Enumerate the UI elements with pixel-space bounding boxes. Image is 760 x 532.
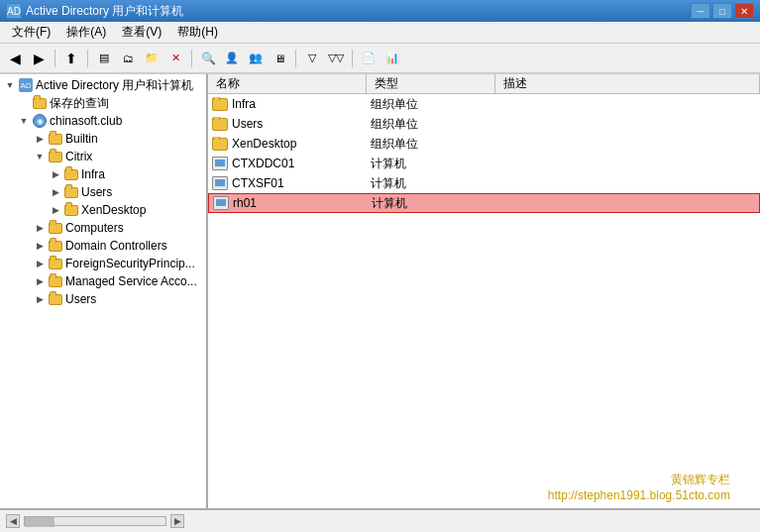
computer-icon <box>212 176 228 190</box>
users-citrix-label: Users <box>81 185 112 199</box>
tree-item-users-root[interactable]: ▶ Users <box>0 290 206 308</box>
dc-expander[interactable]: ▶ <box>32 238 48 254</box>
list-cell-name: rh01 <box>209 196 368 210</box>
horizontal-scrollbar[interactable]: ◀ ▶ <box>6 514 184 528</box>
infra-icon <box>63 166 79 182</box>
domain-icon: ◉ <box>33 114 47 128</box>
col-header-name[interactable]: 名称 <box>208 74 367 93</box>
ad-icon: AD <box>19 78 33 92</box>
change-domain-button[interactable]: 🗂 <box>117 48 139 69</box>
list-item-selected[interactable]: rh01 计算机 <box>208 193 760 213</box>
computer-button[interactable]: 🖥 <box>269 48 290 69</box>
back-button[interactable]: ◀ <box>4 48 26 69</box>
list-item[interactable]: CTXSF01 计算机 <box>208 173 760 193</box>
scroll-track[interactable] <box>24 516 166 526</box>
list-item[interactable]: CTXDDC01 计算机 <box>208 154 760 173</box>
menu-view[interactable]: 查看(V) <box>114 22 169 43</box>
scroll-right-button[interactable]: ▶ <box>170 514 184 528</box>
chinasoft-label: chinasoft.club <box>50 114 122 128</box>
menu-bar: 文件(F) 操作(A) 查看(V) 帮助(H) <box>0 22 760 44</box>
infra-label: Infra <box>81 167 105 181</box>
computers-label: Computers <box>65 221 124 235</box>
forward-button[interactable]: ▶ <box>28 48 50 69</box>
delegate-button[interactable]: 📄 <box>358 48 380 69</box>
computer-icon <box>212 157 228 170</box>
user-button[interactable]: 👤 <box>221 48 243 69</box>
toolbar-separator-3 <box>191 50 192 67</box>
computers-expander[interactable]: ▶ <box>32 220 48 236</box>
window-title: Active Directory 用户和计算机 <box>26 3 183 20</box>
list-item[interactable]: Infra 组织单位 <box>208 94 760 114</box>
computers-icon <box>48 220 63 236</box>
list-cell-name: Users <box>208 117 367 131</box>
citrix-label: Citrix <box>65 150 92 163</box>
tree-item-managed-service[interactable]: ▶ Managed Service Acco... <box>0 272 206 290</box>
tree-item-saved-queries[interactable]: 保存的查询 <box>0 94 206 112</box>
folder-icon <box>49 223 62 234</box>
show-in-panel-button[interactable]: ▤ <box>93 48 115 69</box>
folder-icon <box>49 134 62 145</box>
filter-button[interactable]: ▽ <box>301 48 323 69</box>
title-bar: AD Active Directory 用户和计算机 ─ □ ✕ <box>0 0 760 22</box>
tree-item-builtin[interactable]: ▶ Builtin <box>0 130 206 148</box>
filter-options-button[interactable]: ▽▽ <box>325 48 347 69</box>
list-cell-name: CTXSF01 <box>208 176 367 190</box>
tree-root-label: Active Directory 用户和计算机 <box>36 77 193 94</box>
menu-file[interactable]: 文件(F) <box>4 22 58 43</box>
dc-label: Domain Controllers <box>65 239 167 253</box>
fsp-expander[interactable]: ▶ <box>32 256 48 271</box>
tree-item-computers[interactable]: ▶ Computers <box>0 219 206 237</box>
menu-help[interactable]: 帮助(H) <box>169 22 226 43</box>
users-root-label: Users <box>65 292 96 306</box>
tree-item-domain-controllers[interactable]: ▶ Domain Controllers <box>0 237 206 255</box>
tree-item-users-citrix[interactable]: ▶ Users <box>0 183 206 201</box>
group-button[interactable]: 👥 <box>245 48 267 69</box>
tree-item-foreign-security[interactable]: ▶ ForeignSecurityPrincip... <box>0 255 206 272</box>
users-root-expander[interactable]: ▶ <box>32 291 48 307</box>
users-citrix-expander[interactable]: ▶ <box>48 184 63 200</box>
tree-item-infra[interactable]: ▶ Infra <box>0 165 206 183</box>
scroll-thumb[interactable] <box>25 517 54 527</box>
msa-expander[interactable]: ▶ <box>32 273 48 289</box>
tree-item-chinasoft[interactable]: ▼ ◉ chinasoft.club <box>0 112 206 130</box>
folder-icon <box>49 276 62 287</box>
list-cell-name: Infra <box>208 97 367 111</box>
find-button[interactable]: 🔍 <box>197 48 219 69</box>
new-ou-button[interactable]: 📁 <box>141 48 163 69</box>
users-root-icon <box>48 291 63 307</box>
manage-button[interactable]: 📊 <box>381 48 403 69</box>
list-item[interactable]: Users 组织单位 <box>208 114 760 134</box>
delete-button[interactable]: ✕ <box>164 48 186 69</box>
list-cell-type: 组织单位 <box>367 96 486 113</box>
menu-action[interactable]: 操作(A) <box>58 22 114 43</box>
title-bar-left: AD Active Directory 用户和计算机 <box>6 3 183 20</box>
msa-label: Managed Service Acco... <box>65 274 197 288</box>
col-header-type[interactable]: 类型 <box>367 74 495 93</box>
infra-expander[interactable]: ▶ <box>48 166 63 182</box>
folder-icon <box>64 187 78 198</box>
tree-item-citrix[interactable]: ▼ Citrix <box>0 148 206 165</box>
maximize-button[interactable]: □ <box>712 3 732 19</box>
folder-icon <box>49 152 62 162</box>
list-cell-type: 组织单位 <box>367 116 486 133</box>
tree-root[interactable]: ▼ AD Active Directory 用户和计算机 <box>0 76 206 94</box>
xendesktop-icon <box>63 202 79 218</box>
folder-icon <box>33 98 47 109</box>
root-icon: AD <box>18 77 34 93</box>
list-item[interactable]: XenDesktop 组织单位 <box>208 134 760 154</box>
folder-icon <box>64 169 78 180</box>
citrix-expander[interactable]: ▼ <box>32 149 48 164</box>
status-bar: ◀ ▶ <box>0 508 760 532</box>
minimize-button[interactable]: ─ <box>691 3 710 19</box>
saved-queries-expander <box>16 95 32 111</box>
root-expander[interactable]: ▼ <box>2 77 18 93</box>
chinasoft-expander[interactable]: ▼ <box>16 113 32 129</box>
up-button[interactable]: ⬆ <box>60 48 82 69</box>
builtin-expander[interactable]: ▶ <box>32 131 48 147</box>
tree-item-xendesktop[interactable]: ▶ XenDesktop <box>0 201 206 219</box>
xendesktop-expander[interactable]: ▶ <box>48 202 63 218</box>
scroll-left-button[interactable]: ◀ <box>6 514 20 528</box>
users-citrix-icon <box>63 184 79 200</box>
col-header-desc[interactable]: 描述 <box>495 74 760 93</box>
close-button[interactable]: ✕ <box>734 3 754 19</box>
